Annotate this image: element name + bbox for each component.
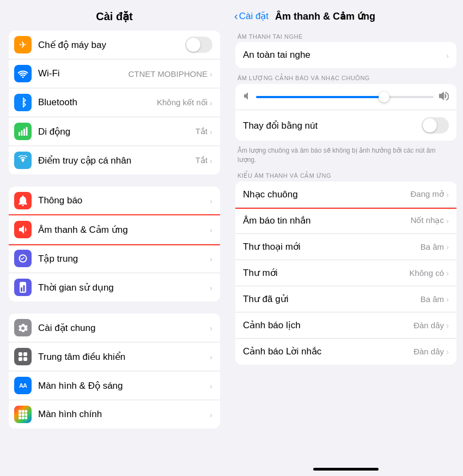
volume-slider-fill <box>256 96 384 98</box>
page-title: Cài đặt <box>0 0 229 31</box>
general-icon <box>14 319 32 336</box>
control-chevron: › <box>210 352 212 361</box>
cellular-row[interactable]: Di động Tắt › <box>9 117 220 146</box>
notifications-row[interactable]: Thông báo › <box>9 186 220 215</box>
general-row[interactable]: Cài đặt chung › <box>9 314 220 342</box>
reminder-value: Đàn dây <box>413 347 444 356</box>
notifications-label: Thông báo <box>38 195 210 206</box>
sounds-chevron: › <box>210 225 212 234</box>
new-voicemail-row[interactable]: Thư thoại mới Ba âm › <box>235 234 456 260</box>
new-mail-row[interactable]: Thư mới Không có › <box>235 260 456 286</box>
sent-mail-label: Thư đã gửi <box>243 293 421 305</box>
calendar-row[interactable]: Cảnh báo lịch Đàn dây › <box>235 312 456 339</box>
right-header: ‹ Cài đặt Âm thanh & Cảm ứng <box>229 0 463 30</box>
focus-row[interactable]: Tập trung › <box>9 244 220 273</box>
hotspot-chevron: › <box>210 156 212 165</box>
back-label: Cài đặt <box>239 10 269 22</box>
sounds-section-label: KIỂU ÂM THANH VÀ CẢM ỨNG <box>229 169 463 182</box>
svg-rect-8 <box>19 352 22 356</box>
sounds-row[interactable]: Âm thanh & Cảm ứng › <box>9 215 220 244</box>
volume-section-label: ÂM LƯỢNG CẢNH BÁO VÀ NHẠC CHUÔNG <box>229 71 463 84</box>
sounds-icon <box>14 221 32 238</box>
change-button-row[interactable]: Thay đổi bằng nút <box>235 110 456 141</box>
bluetooth-row[interactable]: Bluetooth Không kết nối › <box>9 88 220 117</box>
hotspot-icon <box>14 152 32 169</box>
svg-rect-20 <box>25 417 27 419</box>
airplane-toggle[interactable] <box>185 37 212 53</box>
svg-rect-3 <box>26 127 28 136</box>
sent-mail-value: Ba âm <box>421 294 444 304</box>
wifi-chevron: › <box>210 69 212 79</box>
headphone-group: An toàn tai nghe › <box>235 42 456 68</box>
cellular-icon <box>14 123 32 140</box>
control-row[interactable]: Trung tâm điều khiển › <box>9 342 220 371</box>
svg-rect-12 <box>19 410 21 413</box>
svg-rect-2 <box>23 129 25 136</box>
screentime-label: Thời gian sử dụng <box>38 282 210 293</box>
headphone-safety-label: An toàn tai nghe <box>243 50 446 61</box>
display-chevron: › <box>210 381 212 390</box>
volume-row <box>235 84 456 110</box>
wifi-row[interactable]: Wi-Fi CTNET MOBIPHONE › <box>9 59 220 88</box>
svg-rect-18 <box>19 417 21 419</box>
ringtone-row[interactable]: Nhạc chuông Đang mở › <box>235 182 456 208</box>
sounds-group: Nhạc chuông Đang mở › Âm báo tin nhắn Nố… <box>235 182 456 365</box>
svg-rect-1 <box>21 130 23 136</box>
left-panel: Cài đặt ✈ Chế độ máy bay Wi-Fi CTNET MOB… <box>0 0 229 476</box>
svg-rect-5 <box>20 282 26 293</box>
cellular-value: Tắt <box>196 126 208 136</box>
back-button[interactable]: ‹ Cài đặt <box>234 10 269 22</box>
volume-slider-thumb <box>379 92 389 103</box>
svg-rect-7 <box>23 285 25 292</box>
control-label: Trung tâm điều khiển <box>38 351 210 363</box>
wifi-label: Wi-Fi <box>38 68 128 79</box>
airplane-label: Chế độ máy bay <box>38 39 185 51</box>
bottom-bar <box>229 462 463 476</box>
text-tone-value: Nốt nhạc <box>411 215 444 225</box>
general-chevron: › <box>210 323 212 333</box>
bluetooth-chevron: › <box>210 98 212 107</box>
control-icon <box>14 348 32 365</box>
homescreen-label: Màn hình chính <box>38 409 210 420</box>
wifi-value: CTNET MOBIPHONE <box>128 69 208 79</box>
screentime-row[interactable]: Thời gian sử dụng › <box>9 273 220 302</box>
network-group: ✈ Chế độ máy bay Wi-Fi CTNET MOBIPHONE › <box>9 31 220 174</box>
svg-rect-13 <box>22 410 25 413</box>
calendar-label: Cảnh báo lịch <box>243 320 413 331</box>
airplane-row[interactable]: ✈ Chế độ máy bay <box>9 31 220 59</box>
sent-mail-chevron: › <box>446 294 449 304</box>
svg-rect-10 <box>19 357 22 361</box>
sent-mail-row[interactable]: Thư đã gửi Ba âm › <box>235 286 456 312</box>
hotspot-row[interactable]: Điểm truy cập cá nhân Tắt › <box>9 146 220 174</box>
home-indicator <box>313 468 379 471</box>
new-voicemail-value: Ba âm <box>421 242 444 251</box>
general-label: Cài đặt chung <box>38 322 210 334</box>
svg-rect-6 <box>21 287 22 292</box>
hotspot-value: Tắt <box>196 155 208 165</box>
focus-chevron: › <box>210 254 212 263</box>
change-button-toggle[interactable] <box>422 117 449 134</box>
bluetooth-icon <box>14 94 32 111</box>
headphone-safety-row[interactable]: An toàn tai nghe › <box>235 42 456 68</box>
text-tone-chevron: › <box>446 216 449 225</box>
volume-slider-track[interactable] <box>256 96 434 98</box>
svg-rect-9 <box>23 352 27 356</box>
ringtone-label: Nhạc chuông <box>243 189 410 200</box>
cellular-chevron: › <box>210 127 212 136</box>
new-mail-value: Không có <box>410 268 444 278</box>
svg-rect-17 <box>25 413 27 416</box>
hotspot-label: Điểm truy cập cá nhân <box>38 155 196 166</box>
focus-icon <box>14 250 32 267</box>
headphone-safety-chevron: › <box>446 51 449 60</box>
svg-rect-19 <box>22 417 25 419</box>
reminder-row[interactable]: Cảnh báo Lời nhắc Đàn dây › <box>235 339 456 365</box>
text-tone-row[interactable]: Âm báo tin nhắn Nốt nhạc › <box>235 208 456 234</box>
calendar-value: Đàn dây <box>413 321 444 330</box>
cellular-label: Di động <box>38 126 196 137</box>
homescreen-row[interactable]: Màn hình chính › <box>9 400 220 429</box>
new-voicemail-chevron: › <box>446 242 449 251</box>
ringtone-value: Đang mở <box>410 189 444 199</box>
display-row[interactable]: AA Màn hình & Độ sáng › <box>9 371 220 400</box>
screentime-chevron: › <box>210 283 212 292</box>
text-tone-label: Âm báo tin nhắn <box>243 215 411 226</box>
